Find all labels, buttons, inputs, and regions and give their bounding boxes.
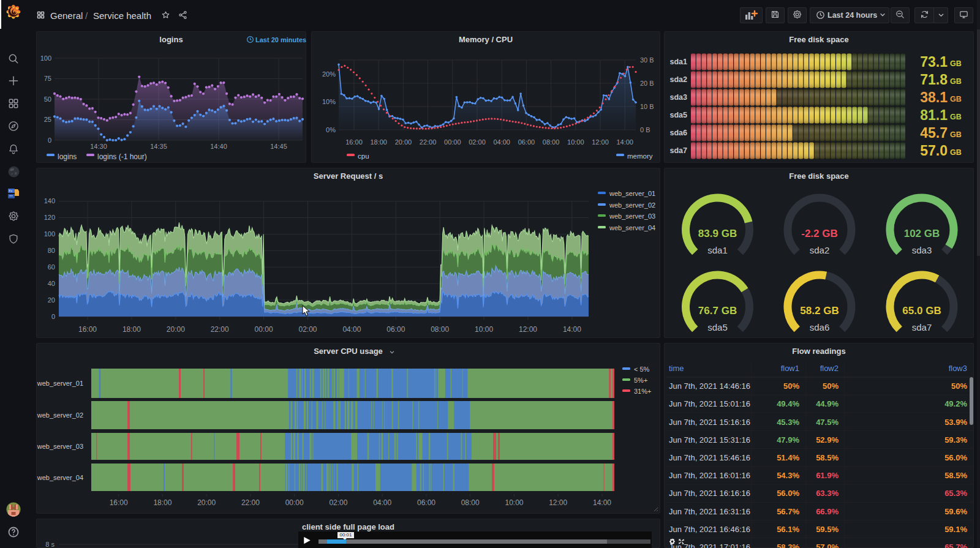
svg-text:GB: GB [950, 95, 962, 103]
svg-text:50%: 50% [823, 381, 839, 391]
svg-text:47.5%: 47.5% [816, 418, 839, 427]
svg-text:14:00: 14:00 [563, 325, 581, 334]
svg-text:140: 140 [44, 197, 55, 205]
svg-text:04:00: 04:00 [493, 138, 510, 146]
svg-text:38.1: 38.1 [920, 89, 948, 105]
svg-text:14:40: 14:40 [210, 143, 227, 150]
svg-text:Jun 7th, 2021 14:46:16: Jun 7th, 2021 14:46:16 [669, 381, 750, 391]
svg-text:sda3: sda3 [912, 245, 932, 255]
svg-text:49.4%: 49.4% [777, 399, 799, 408]
svg-text:sda7: sda7 [912, 322, 932, 332]
svg-text:56.0%: 56.0% [944, 453, 967, 462]
svg-text:57.0: 57.0 [920, 143, 948, 159]
svg-text:44.9%: 44.9% [816, 399, 839, 408]
svg-text:14:35: 14:35 [150, 143, 167, 150]
svg-text:51.4%: 51.4% [777, 453, 799, 462]
svg-text:102 GB: 102 GB [904, 228, 940, 239]
svg-text:20%: 20% [322, 70, 336, 78]
svg-text:16:00: 16:00 [345, 138, 363, 146]
svg-text:sda2: sda2 [670, 75, 688, 84]
svg-text:08:00: 08:00 [431, 325, 449, 334]
svg-text:GB: GB [950, 113, 962, 121]
svg-text:Jun 7th, 2021 15:46:16: Jun 7th, 2021 15:46:16 [669, 453, 750, 462]
svg-text:web_server_02: web_server_02 [609, 201, 655, 209]
svg-text:Jun 7th, 2021 16:31:16: Jun 7th, 2021 16:31:16 [669, 507, 750, 516]
svg-text:00:00: 00:00 [285, 498, 304, 507]
svg-text:web_server_02: web_server_02 [37, 411, 83, 419]
svg-text:75: 75 [44, 75, 51, 82]
svg-text:59.3%: 59.3% [944, 435, 967, 445]
svg-text:47.9%: 47.9% [777, 435, 799, 445]
svg-text:08:00: 08:00 [461, 498, 480, 507]
svg-text:time: time [669, 364, 684, 373]
svg-text:25: 25 [44, 116, 51, 123]
svg-text:Jun 7th, 2021 16:01:16: Jun 7th, 2021 16:01:16 [669, 471, 750, 480]
svg-text:web_server_01: web_server_01 [609, 190, 655, 197]
svg-text:GB: GB [950, 77, 962, 86]
svg-text:web_server_04: web_server_04 [609, 224, 655, 231]
svg-text:logins (-1 hour): logins (-1 hour) [97, 152, 147, 161]
svg-text:0: 0 [48, 137, 51, 144]
svg-text:sda6: sda6 [810, 322, 830, 332]
svg-text:14:00: 14:00 [616, 138, 633, 146]
svg-text:00:00: 00:00 [444, 138, 461, 146]
svg-text:45.7: 45.7 [920, 125, 948, 141]
svg-text:56.0%: 56.0% [777, 489, 799, 498]
svg-text:14:45: 14:45 [270, 143, 287, 150]
svg-text:10 B: 10 B [640, 103, 654, 110]
svg-text:50%: 50% [783, 381, 799, 391]
svg-text:71.8: 71.8 [920, 72, 948, 88]
svg-text:12:00: 12:00 [592, 138, 609, 146]
svg-text:5%+: 5%+ [634, 377, 647, 384]
svg-text:flow2: flow2 [820, 364, 839, 373]
svg-text:20:00: 20:00 [167, 325, 185, 334]
svg-text:02:00: 02:00 [329, 498, 347, 507]
svg-text:10:00: 10:00 [475, 325, 493, 334]
svg-text:0: 0 [51, 313, 55, 320]
svg-text:50: 50 [44, 96, 51, 103]
svg-text:53.9%: 53.9% [944, 418, 967, 427]
svg-text:58.5%: 58.5% [944, 471, 967, 480]
svg-text:04:00: 04:00 [373, 498, 391, 507]
svg-text:08:00: 08:00 [543, 138, 560, 146]
svg-text:100: 100 [40, 54, 51, 62]
svg-text:sda5: sda5 [670, 111, 688, 119]
svg-text:80: 80 [48, 247, 55, 254]
svg-text:web_server_03: web_server_03 [609, 212, 655, 220]
svg-text:04:00: 04:00 [342, 325, 361, 334]
svg-text:web_server_03: web_server_03 [37, 443, 83, 450]
svg-text:20 B: 20 B [640, 80, 654, 87]
svg-text:31%+: 31%+ [634, 388, 651, 395]
svg-text:61.9%: 61.9% [816, 471, 839, 480]
svg-text:20:00: 20:00 [395, 138, 412, 146]
svg-text:02:00: 02:00 [469, 138, 486, 146]
svg-text:Jun 7th, 2021 15:16:16: Jun 7th, 2021 15:16:16 [669, 418, 750, 427]
svg-text:58.3%: 58.3% [777, 542, 799, 548]
svg-text:60: 60 [48, 263, 55, 271]
svg-text:22:00: 22:00 [211, 325, 229, 334]
svg-text:flow1: flow1 [781, 364, 799, 373]
svg-text:49.2%: 49.2% [944, 399, 967, 408]
svg-text:10:00: 10:00 [567, 138, 584, 146]
svg-text:66.9%: 66.9% [816, 507, 839, 516]
svg-text:10%: 10% [322, 98, 336, 105]
svg-text:-2.2 GB: -2.2 GB [801, 228, 838, 239]
svg-text:57.0%: 57.0% [816, 542, 839, 548]
svg-text:flow3: flow3 [949, 364, 967, 373]
svg-text:40: 40 [48, 280, 55, 287]
svg-text:100: 100 [44, 230, 55, 238]
svg-text:56.1%: 56.1% [777, 525, 799, 534]
svg-text:58.5%: 58.5% [816, 453, 839, 462]
svg-text:12:00: 12:00 [549, 498, 567, 507]
svg-text:memory: memory [627, 152, 653, 160]
svg-text:50%: 50% [951, 381, 967, 391]
svg-text:sda1: sda1 [707, 245, 728, 255]
svg-text:00:00: 00:00 [255, 325, 273, 334]
svg-text:0%: 0% [326, 126, 336, 133]
svg-text:83.9 GB: 83.9 GB [698, 228, 737, 239]
svg-text:16:00: 16:00 [78, 325, 97, 334]
svg-text:120: 120 [44, 214, 55, 221]
svg-text:45.3%: 45.3% [777, 418, 799, 427]
svg-text:sda6: sda6 [670, 129, 688, 137]
svg-text:65.0 GB: 65.0 GB [902, 305, 941, 317]
